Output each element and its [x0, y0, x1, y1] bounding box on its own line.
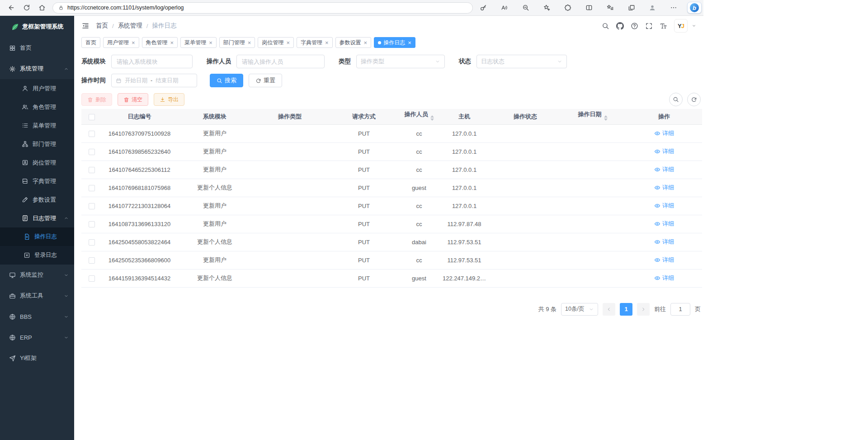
next-page-button[interactable]: [637, 303, 650, 316]
search-button[interactable]: 搜索: [210, 74, 243, 87]
tab-item-5[interactable]: 岗位管理×: [258, 37, 294, 48]
sidebar-toggle-icon[interactable]: [81, 22, 90, 30]
type-select[interactable]: 操作类型: [356, 55, 445, 68]
sidebar-item-0[interactable]: 首页: [0, 38, 74, 58]
sidebar-item-15[interactable]: ERP: [0, 327, 74, 348]
close-icon[interactable]: ×: [364, 40, 368, 46]
sidebar-item-4[interactable]: 菜单管理: [0, 116, 74, 135]
goto-page-input[interactable]: [670, 303, 690, 316]
detail-link[interactable]: 详细: [654, 220, 674, 228]
detail-link[interactable]: 详细: [654, 274, 674, 282]
tab-item-7[interactable]: 参数设置×: [335, 37, 372, 48]
tab-item-8[interactable]: 操作日志×: [374, 37, 415, 48]
detail-link[interactable]: 详细: [654, 202, 674, 210]
browser-menu-button[interactable]: [666, 1, 681, 14]
github-icon[interactable]: [616, 22, 624, 30]
sidebar-item-11[interactable]: 登录日志: [0, 246, 74, 265]
close-icon[interactable]: ×: [408, 40, 411, 46]
breadcrumb-item[interactable]: 系统管理: [118, 22, 142, 30]
extensions-button[interactable]: [560, 1, 576, 14]
tab-item-1[interactable]: 用户管理×: [103, 37, 139, 48]
detail-link[interactable]: 详细: [654, 147, 674, 156]
sidebar-item-7[interactable]: 字典管理: [0, 172, 74, 190]
close-icon[interactable]: ×: [325, 40, 329, 46]
search-icon[interactable]: [602, 22, 609, 30]
user-avatar[interactable]: YJ: [674, 19, 688, 33]
sidebar-item-16[interactable]: Yi框架: [0, 348, 74, 369]
module-input[interactable]: [111, 55, 193, 68]
browser-profile-button[interactable]: [645, 1, 660, 14]
close-icon[interactable]: ×: [132, 40, 135, 46]
collections-button[interactable]: [624, 1, 639, 14]
operator-input[interactable]: [236, 55, 325, 68]
row-checkbox[interactable]: [89, 275, 95, 282]
sidebar-item-3[interactable]: 角色管理: [0, 98, 74, 116]
export-button[interactable]: 导出: [154, 93, 184, 106]
row-checkbox[interactable]: [89, 239, 95, 246]
sidebar-item-14[interactable]: BBS: [0, 306, 74, 327]
date-range-input[interactable]: 开始日期 - 结束日期: [111, 74, 197, 87]
app-logo[interactable]: 意框架管理系统: [0, 16, 74, 38]
select-all-checkbox[interactable]: [89, 114, 95, 120]
sidebar-item-9[interactable]: 日志管理: [0, 209, 74, 227]
row-checkbox[interactable]: [89, 257, 95, 264]
browser-back-button[interactable]: [4, 1, 19, 14]
sidebar-item-13[interactable]: 系统工具: [0, 285, 74, 306]
sidebar-item-10[interactable]: 操作日志: [0, 227, 74, 246]
detail-link[interactable]: 详细: [654, 238, 674, 246]
page-size-select[interactable]: 10条/页: [561, 303, 598, 316]
password-manager-button[interactable]: [476, 1, 491, 14]
add-favorite-button[interactable]: [539, 1, 554, 14]
breadcrumb-item[interactable]: 首页: [96, 22, 108, 30]
help-icon[interactable]: [631, 22, 638, 30]
font-size-icon[interactable]: [660, 22, 667, 30]
fullscreen-icon[interactable]: [645, 22, 653, 30]
address-bar[interactable]: https://ccnetcore.com:1101/system/log/op…: [52, 2, 473, 14]
browser-refresh-button[interactable]: [19, 1, 34, 14]
reset-button[interactable]: 重置: [249, 74, 282, 87]
sidebar-item-6[interactable]: 岗位管理: [0, 153, 74, 172]
sidebar-item-1[interactable]: 系统管理: [0, 58, 74, 79]
favorites-button[interactable]: [603, 1, 618, 14]
tab-item-4[interactable]: 部门管理×: [219, 37, 255, 48]
detail-link[interactable]: 详细: [654, 256, 674, 264]
tab-item-6[interactable]: 字典管理×: [297, 37, 333, 48]
show-search-button[interactable]: [669, 93, 683, 106]
sidebar-item-5[interactable]: 部门管理: [0, 135, 74, 153]
close-icon[interactable]: ×: [209, 40, 212, 46]
sort-carets-icon[interactable]: [604, 114, 608, 123]
refresh-table-button[interactable]: [687, 93, 701, 106]
zoom-out-button[interactable]: [518, 1, 533, 14]
sidebar-item-8[interactable]: 参数设置: [0, 190, 74, 209]
split-screen-button[interactable]: [581, 1, 597, 14]
tab-item-3[interactable]: 菜单管理×: [180, 37, 217, 48]
row-checkbox[interactable]: [89, 167, 95, 173]
clear-button[interactable]: 清空: [118, 93, 148, 106]
prev-page-button[interactable]: [603, 303, 615, 316]
chevron-down-icon[interactable]: [692, 24, 696, 28]
row-checkbox[interactable]: [89, 203, 95, 209]
column-header[interactable]: 操作人员: [401, 109, 437, 124]
row-checkbox[interactable]: [89, 221, 95, 227]
close-icon[interactable]: ×: [170, 40, 174, 46]
detail-link[interactable]: 详细: [654, 129, 674, 137]
sort-carets-icon[interactable]: [430, 114, 434, 123]
row-checkbox[interactable]: [89, 149, 95, 155]
bing-discover-button[interactable]: b: [687, 2, 702, 14]
sidebar-item-2[interactable]: 用户管理: [0, 79, 74, 98]
delete-button[interactable]: 删除: [81, 93, 112, 106]
read-aloud-button[interactable]: [497, 1, 512, 14]
row-checkbox[interactable]: [89, 131, 95, 137]
tab-item-2[interactable]: 角色管理×: [142, 37, 178, 48]
tab-item-0[interactable]: 首页: [81, 37, 100, 48]
row-checkbox[interactable]: [89, 185, 95, 191]
detail-link[interactable]: 详细: [654, 184, 674, 192]
status-select[interactable]: 日志状态: [476, 55, 567, 68]
close-icon[interactable]: ×: [248, 40, 251, 46]
column-header[interactable]: 操作日期: [559, 109, 626, 124]
sidebar-item-12[interactable]: 系统监控: [0, 265, 74, 285]
browser-home-button[interactable]: [34, 1, 50, 14]
page-1-button[interactable]: 1: [620, 303, 632, 316]
detail-link[interactable]: 详细: [654, 166, 674, 174]
close-icon[interactable]: ×: [286, 40, 290, 46]
